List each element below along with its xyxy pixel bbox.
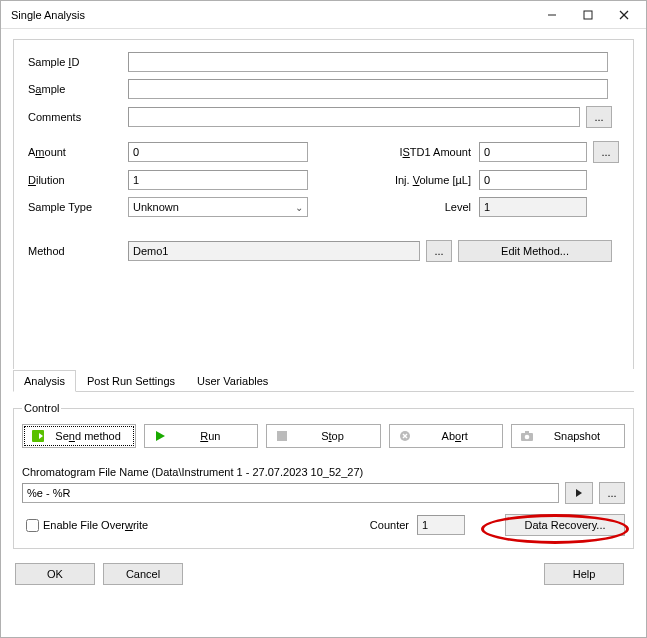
help-button[interactable]: Help <box>544 563 624 585</box>
file-browse-button[interactable]: ... <box>599 482 625 504</box>
sample-id-input[interactable] <box>128 52 608 72</box>
tab-strip: Analysis Post Run Settings User Variable… <box>13 369 634 392</box>
send-icon <box>29 429 47 443</box>
dilution-input[interactable] <box>128 170 308 190</box>
maximize-button[interactable] <box>570 2 606 28</box>
file-name-input[interactable] <box>22 483 559 503</box>
run-button[interactable]: Run <box>144 424 258 448</box>
comments-more-button[interactable]: ... <box>586 106 612 128</box>
file-name-label: Chromatogram File Name (Data\Instrument … <box>22 466 625 478</box>
amount-label: Amount <box>28 146 128 158</box>
sample-id-label: Sample ID <box>28 56 128 68</box>
method-input[interactable] <box>128 241 420 261</box>
abort-icon <box>396 430 414 442</box>
svg-point-11 <box>525 435 530 440</box>
snapshot-button[interactable]: Snapshot <box>511 424 625 448</box>
data-recovery-button[interactable]: Data Recovery... <box>505 514 625 536</box>
tab-post-run[interactable]: Post Run Settings <box>76 370 186 392</box>
counter-input <box>417 515 465 535</box>
stop-icon <box>273 430 291 442</box>
minimize-button[interactable] <box>534 2 570 28</box>
close-button[interactable] <box>606 2 642 28</box>
titlebar: Single Analysis <box>1 1 646 29</box>
edit-method-button[interactable]: Edit Method... <box>458 240 612 262</box>
inj-volume-label: Inj. Volume [µL] <box>379 174 479 186</box>
sample-label: Sample <box>28 83 128 95</box>
counter-label: Counter <box>370 519 409 531</box>
istd-amount-input[interactable] <box>479 142 587 162</box>
play-icon <box>151 430 169 442</box>
dialog-window: Single Analysis Sample ID Sample Comment… <box>0 0 647 638</box>
method-label: Method <box>28 245 128 257</box>
abort-label: Abort <box>414 430 496 442</box>
cancel-button[interactable]: Cancel <box>103 563 183 585</box>
inj-volume-input[interactable] <box>479 170 587 190</box>
level-label: Level <box>379 201 479 213</box>
content-area: Sample ID Sample Comments ... Amount IST… <box>1 29 646 595</box>
send-method-button[interactable]: Send method <box>22 424 136 448</box>
abort-button[interactable]: Abort <box>389 424 503 448</box>
level-input <box>479 197 587 217</box>
overwrite-label: Enable File Overwrite <box>43 519 148 531</box>
window-title: Single Analysis <box>11 9 534 21</box>
snapshot-label: Snapshot <box>536 430 618 442</box>
stop-label: Stop <box>291 430 373 442</box>
control-group: Control Send method Run Stop Abort <box>13 402 634 549</box>
ok-button[interactable]: OK <box>15 563 95 585</box>
tab-analysis[interactable]: Analysis <box>13 370 76 392</box>
istd-amount-label: ISTD1 Amount <box>379 146 479 158</box>
sample-type-value: Unknown <box>133 201 179 213</box>
control-legend: Control <box>22 402 61 414</box>
stop-button[interactable]: Stop <box>266 424 380 448</box>
comments-label: Comments <box>28 111 128 123</box>
sample-type-select[interactable]: Unknown ⌄ <box>128 197 308 217</box>
dilution-label: Dilution <box>28 174 128 186</box>
sample-type-label: Sample Type <box>28 201 128 213</box>
comments-input[interactable] <box>128 107 580 127</box>
camera-icon <box>518 430 536 442</box>
amount-input[interactable] <box>128 142 308 162</box>
chevron-down-icon: ⌄ <box>295 202 303 213</box>
upper-panel: Sample ID Sample Comments ... Amount IST… <box>13 39 634 369</box>
svg-rect-10 <box>525 431 529 433</box>
control-buttons-row: Send method Run Stop Abort Snapshot <box>22 424 625 448</box>
window-controls <box>534 2 642 28</box>
dialog-buttons: OK Cancel Help <box>13 563 634 585</box>
run-label: Run <box>169 430 251 442</box>
istd-more-button[interactable]: ... <box>593 141 619 163</box>
sample-input[interactable] <box>128 79 608 99</box>
file-play-button[interactable] <box>565 482 593 504</box>
svg-rect-1 <box>584 11 592 19</box>
method-browse-button[interactable]: ... <box>426 240 452 262</box>
tab-user-variables[interactable]: User Variables <box>186 370 279 392</box>
overwrite-checkbox[interactable] <box>26 519 39 532</box>
svg-rect-5 <box>277 431 287 441</box>
send-method-label: Send method <box>47 430 129 442</box>
